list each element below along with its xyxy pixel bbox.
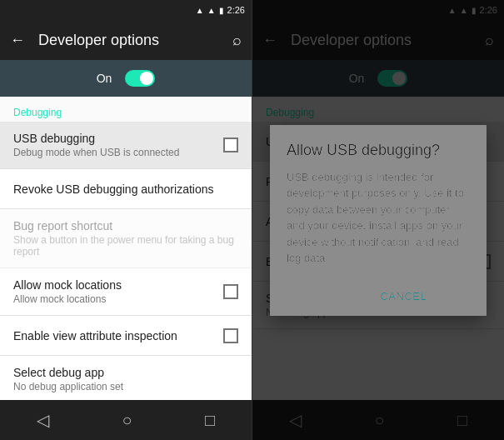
toggle-row-left: On [0,60,252,97]
setting-usb-text: USB debugging Debug mode when USB is con… [13,132,223,158]
search-icon-left[interactable]: ⌕ [232,32,242,49]
setting-bug-text: Bug report shortcut Show a button in the… [13,219,238,258]
setting-revoke[interactable]: Revoke USB debugging authorizations [0,169,252,209]
nav-recent-left[interactable]: □ [205,411,215,430]
dialog-cancel-button[interactable]: CANCEL [370,283,437,309]
usb-debug-dialog: Allow USB debugging? USB debugging is in… [270,125,487,316]
setting-mock-locations[interactable]: Allow mock locations Allow mock location… [0,268,252,316]
content-left: Debugging USB debugging Debug mode when … [0,97,252,400]
dialog-title: Allow USB debugging? [270,125,487,169]
setting-revoke-text: Revoke USB debugging authorizations [13,182,238,196]
dialog-body: USB debugging is intended for developmen… [270,169,487,280]
dialog-actions: CANCEL OK [270,280,487,316]
setting-revoke-title: Revoke USB debugging authorizations [13,182,238,196]
bottom-nav-left: ◁ ○ □ [0,400,252,440]
setting-view-attribute[interactable]: Enable view attribute inspection [0,316,252,356]
status-time-left: 2:26 [227,5,245,15]
setting-debug-title: Select debug app [13,366,238,379]
setting-usb-title: USB debugging [13,132,223,145]
setting-usb-debugging[interactable]: USB debugging Debug mode when USB is con… [0,122,252,169]
dialog-overlay: Allow USB debugging? USB debugging is in… [252,0,504,440]
setting-bug-subtitle: Show a button in the power menu for taki… [13,234,238,258]
usb-debugging-checkbox[interactable] [223,138,238,152]
setting-debug-subtitle: No debug application set [13,381,238,392]
section-header-debugging: Debugging [0,97,252,122]
page-title-left: Developer options [38,32,219,49]
top-bar-left: ← Developer options ⌕ [0,20,252,60]
view-attribute-checkbox[interactable] [223,328,238,343]
signal-icon: ▲ [196,6,204,15]
nav-back-left[interactable]: ◁ [37,410,49,430]
setting-mock-text: Allow mock locations Allow mock location… [13,278,223,305]
setting-debug-app[interactable]: Select debug app No debug application se… [0,356,252,400]
setting-view-title: Enable view attribute inspection [13,329,223,342]
setting-debug-text: Select debug app No debug application se… [13,366,238,392]
toggle-switch-left[interactable] [125,70,155,87]
back-button-left[interactable]: ← [10,32,25,49]
right-screen: ▲ ▲ ▮ 2:26 ← Developer options ⌕ On Debu… [252,0,504,440]
dialog-ok-button[interactable]: OK [443,283,480,309]
setting-bug-report: Bug report shortcut Show a button in the… [0,209,252,268]
setting-mock-subtitle: Allow mock locations [13,293,223,305]
battery-icon: ▮ [219,6,224,15]
setting-view-text: Enable view attribute inspection [13,329,223,342]
mock-locations-checkbox[interactable] [223,284,238,299]
setting-mock-title: Allow mock locations [13,278,223,292]
left-screen: ▲ ▲ ▮ 2:26 ← Developer options ⌕ On Debu… [0,0,252,440]
setting-bug-title: Bug report shortcut [13,219,238,232]
nav-home-left[interactable]: ○ [122,411,132,430]
status-bar-left: ▲ ▲ ▮ 2:26 [0,0,252,20]
setting-usb-subtitle: Debug mode when USB is connected [13,147,223,158]
wifi-icon: ▲ [207,6,216,15]
toggle-label-left: On [97,72,112,85]
